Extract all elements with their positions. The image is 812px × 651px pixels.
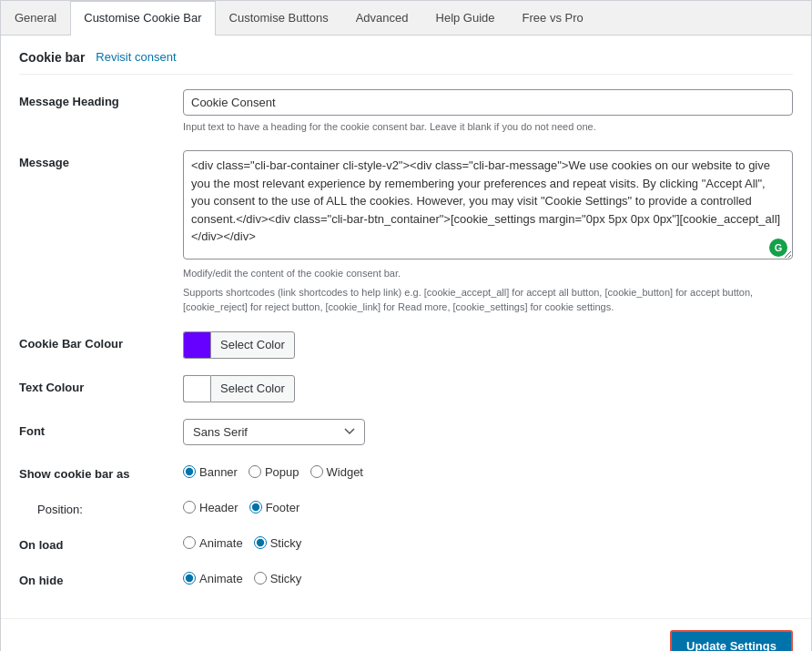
on-hide-sticky-label[interactable]: Sticky (254, 572, 302, 585)
position-label: Position: (19, 497, 183, 516)
on-load-group: Animate Sticky (183, 533, 793, 550)
message-control: G Modify/edit the content of the cookie … (183, 150, 793, 315)
position-header-radio[interactable] (183, 501, 196, 514)
tab-free-vs-pro[interactable]: Free vs Pro (509, 1, 597, 35)
textarea-wrapper: G (183, 150, 793, 262)
revisit-consent-link[interactable]: Revisit consent (96, 50, 176, 64)
update-settings-button[interactable]: Update Settings (670, 630, 793, 652)
show-as-widget-radio[interactable] (310, 465, 323, 478)
position-header-text: Header (199, 501, 239, 514)
tab-general[interactable]: General (1, 1, 70, 35)
message-heading-input[interactable] (183, 89, 793, 116)
on-hide-sticky-radio[interactable] (254, 572, 267, 585)
show-as-popup-text: Popup (265, 465, 299, 479)
tab-customise-buttons[interactable]: Customise Buttons (216, 1, 342, 35)
text-colour-picker: Select Color (183, 375, 793, 402)
on-hide-row: On hide Animate Sticky (19, 568, 793, 587)
footer-bar: Update Settings (1, 618, 811, 652)
text-colour-button[interactable]: Select Color (210, 375, 295, 402)
position-footer-label[interactable]: Footer (249, 501, 300, 514)
on-load-row: On load Animate Sticky (19, 533, 793, 552)
on-hide-label: On hide (19, 568, 183, 587)
cookie-bar-colour-control: Select Color (183, 331, 793, 359)
tab-customise-cookie-bar[interactable]: Customise Cookie Bar (70, 1, 215, 36)
grammarly-icon: G (769, 239, 787, 257)
position-row: Position: Header Footer (19, 497, 793, 516)
position-group: Header Footer (183, 497, 793, 514)
cookie-bar-colour-label: Cookie Bar Colour (19, 331, 183, 351)
message-hint-line2: Supports shortcodes (link shortcodes to … (183, 285, 793, 315)
on-load-animate-text: Animate (199, 536, 243, 550)
on-load-label: On load (19, 533, 183, 552)
show-as-banner-text: Banner (199, 465, 238, 479)
show-as-popup-label[interactable]: Popup (249, 465, 299, 479)
position-footer-radio[interactable] (249, 501, 262, 514)
on-hide-group: Animate Sticky (183, 568, 793, 585)
on-load-sticky-label[interactable]: Sticky (254, 536, 302, 550)
on-load-sticky-text: Sticky (270, 536, 302, 550)
message-hint-line1: Modify/edit the content of the cookie co… (183, 266, 793, 281)
message-heading-row: Message Heading Input text to have a hea… (19, 89, 793, 135)
font-control: Sans Serif Serif Monospace Arial Times N… (183, 419, 793, 445)
font-row: Font Sans Serif Serif Monospace Arial Ti… (19, 419, 793, 445)
on-load-animate-radio[interactable] (183, 536, 196, 549)
tab-help-guide[interactable]: Help Guide (422, 1, 509, 35)
text-colour-control: Select Color (183, 375, 793, 402)
cookie-bar-colour-button[interactable]: Select Color (210, 331, 295, 359)
font-select[interactable]: Sans Serif Serif Monospace Arial Times N… (183, 419, 365, 445)
position-header-label[interactable]: Header (183, 501, 239, 514)
show-as-popup-radio[interactable] (249, 465, 261, 478)
show-cookie-bar-as-group: Banner Popup Widget (183, 462, 793, 479)
cookie-bar-colour-picker: Select Color (183, 331, 793, 359)
show-as-banner-radio[interactable] (183, 465, 196, 478)
on-load-animate-label[interactable]: Animate (183, 536, 243, 550)
tab-bar: General Customise Cookie Bar Customise B… (1, 1, 811, 36)
show-as-banner-label[interactable]: Banner (183, 465, 238, 479)
message-row: Message G Modify/edit the content of the… (19, 150, 793, 315)
message-label: Message (19, 150, 183, 169)
section-title: Cookie bar (19, 50, 85, 65)
text-colour-label: Text Colour (19, 375, 183, 394)
on-hide-control: Animate Sticky (183, 568, 793, 585)
cookie-bar-colour-swatch[interactable] (183, 331, 210, 359)
on-hide-sticky-text: Sticky (270, 572, 302, 585)
show-cookie-bar-as-control: Banner Popup Widget (183, 462, 793, 479)
message-heading-label: Message Heading (19, 89, 183, 108)
section-header: Cookie bar Revisit consent (19, 50, 793, 75)
position-control: Header Footer (183, 497, 793, 514)
message-textarea[interactable] (183, 150, 793, 259)
font-label: Font (19, 419, 183, 438)
cookie-bar-colour-row: Cookie Bar Colour Select Color (19, 331, 793, 359)
on-load-control: Animate Sticky (183, 533, 793, 550)
on-hide-animate-text: Animate (199, 572, 243, 585)
on-hide-animate-radio[interactable] (183, 572, 196, 585)
tab-advanced[interactable]: Advanced (342, 1, 422, 35)
position-footer-text: Footer (266, 501, 300, 514)
show-as-widget-label[interactable]: Widget (310, 465, 363, 479)
text-colour-row: Text Colour Select Color (19, 375, 793, 402)
show-cookie-bar-as-label: Show cookie bar as (19, 462, 183, 481)
show-as-widget-text: Widget (327, 465, 363, 479)
on-load-sticky-radio[interactable] (254, 536, 267, 549)
text-colour-swatch[interactable] (183, 375, 210, 402)
show-cookie-bar-as-row: Show cookie bar as Banner Popup Widget (19, 462, 793, 481)
on-hide-animate-label[interactable]: Animate (183, 572, 243, 585)
message-heading-control: Input text to have a heading for the coo… (183, 89, 793, 135)
message-heading-hint: Input text to have a heading for the coo… (183, 119, 793, 135)
